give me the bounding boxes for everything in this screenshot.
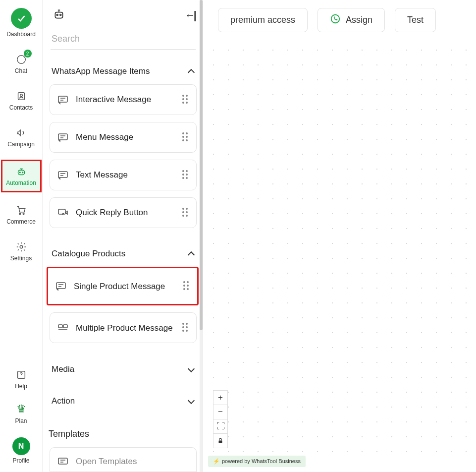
section-whatsapp-items[interactable]: WhatsApp Message Items — [49, 61, 198, 84]
svg-rect-3 — [18, 170, 24, 175]
zoom-in-button[interactable]: + — [213, 390, 228, 405]
avatar: N — [12, 437, 30, 455]
main-nav: Dashboard 2 Chat Contacts Campaign — [0, 0, 43, 472]
search-input[interactable] — [51, 30, 196, 50]
svg-rect-16 — [58, 209, 65, 214]
drag-handle-icon[interactable] — [182, 95, 189, 105]
product-icon — [55, 280, 67, 292]
zoom-lock-button[interactable] — [213, 433, 228, 448]
item-label: Multiple Product Message — [76, 323, 175, 333]
nav-label: Automation — [6, 179, 36, 186]
svg-point-5 — [22, 172, 23, 173]
svg-rect-14 — [58, 134, 67, 140]
premium-access-button[interactable]: premium access — [218, 8, 308, 32]
items-panel: WhatsApp Message Items Interactive Messa… — [43, 0, 203, 472]
section-title: WhatsApp Message Items — [52, 66, 150, 76]
section-catalogue-products[interactable]: Catalogue Products — [49, 244, 198, 267]
collapse-panel-icon[interactable] — [185, 9, 195, 22]
contacts-icon — [15, 90, 27, 102]
drag-handle-icon[interactable] — [182, 170, 189, 180]
svg-rect-20 — [58, 458, 67, 464]
sidebar-item-chat[interactable]: 2 Chat — [4, 51, 39, 77]
zoom-fit-button[interactable]: ⛶ — [213, 419, 228, 434]
nav-label: Dashboard — [6, 31, 36, 38]
sidebar-item-dashboard[interactable]: Dashboard — [4, 5, 39, 41]
whatsapp-icon — [330, 13, 341, 27]
crown-icon: ♛ — [16, 403, 26, 415]
chat-badge: 2 — [24, 50, 32, 58]
item-multiple-product-message[interactable]: Multiple Product Message — [50, 312, 197, 343]
reply-icon — [57, 207, 69, 219]
help-icon — [15, 369, 27, 381]
item-menu-message[interactable]: Menu Message — [50, 122, 197, 153]
settings-icon — [15, 241, 27, 253]
svg-point-12 — [60, 14, 61, 16]
nav-label: Contacts — [9, 104, 33, 111]
sidebar-item-plan[interactable]: ♛ Plan — [4, 400, 39, 427]
item-label: Quick Reply Button — [76, 207, 175, 218]
panel-scrollbar[interactable] — [200, 0, 203, 472]
sidebar-item-settings[interactable]: Settings — [4, 238, 39, 265]
svg-point-8 — [20, 245, 23, 248]
sidebar-item-profile[interactable]: N Profile — [4, 434, 39, 467]
zoom-out-button[interactable]: − — [213, 405, 228, 419]
section-media[interactable]: Media — [49, 359, 198, 382]
flow-canvas[interactable]: premium access Assign Test Single Produc… — [203, 0, 476, 472]
sidebar-item-commerce[interactable]: Commerce — [4, 201, 39, 228]
nav-label: Chat — [15, 67, 27, 74]
item-label: Interactive Message — [76, 94, 175, 105]
section-action[interactable]: Action — [49, 391, 198, 414]
svg-point-7 — [23, 213, 24, 215]
nav-label: Plan — [15, 417, 27, 424]
drag-handle-icon[interactable] — [182, 132, 189, 142]
sidebar-item-automation[interactable]: Automation — [2, 161, 41, 191]
template-icon — [57, 456, 69, 468]
templates-heading: Templates — [49, 423, 198, 443]
svg-point-11 — [56, 14, 58, 16]
nav-label: Campaign — [7, 141, 35, 148]
drag-handle-icon[interactable] — [182, 208, 189, 218]
message-icon — [57, 131, 69, 143]
message-icon — [57, 169, 69, 181]
chevron-down-icon — [188, 397, 195, 404]
item-label: Text Message — [76, 170, 175, 180]
drag-handle-icon[interactable] — [183, 281, 190, 291]
item-quick-reply-button[interactable]: Quick Reply Button — [50, 197, 197, 228]
multi-product-icon — [57, 322, 69, 334]
item-open-templates[interactable]: Open Templates — [50, 447, 197, 472]
robot-icon — [53, 8, 65, 23]
btn-label: Assign — [346, 15, 372, 25]
nav-label: Settings — [10, 255, 32, 262]
nav-label: Help — [15, 383, 27, 390]
nav-label: Commerce — [6, 218, 36, 225]
svg-rect-15 — [58, 172, 67, 177]
commerce-icon — [15, 204, 27, 216]
btn-label: Test — [407, 15, 423, 25]
nav-label: Profile — [12, 457, 29, 464]
chevron-up-icon — [188, 251, 195, 258]
automation-icon — [15, 166, 27, 177]
assign-button[interactable]: Assign — [317, 8, 385, 32]
item-label: Open Templates — [76, 456, 189, 467]
item-interactive-message[interactable]: Interactive Message — [50, 84, 197, 115]
svg-point-4 — [19, 172, 20, 173]
drag-handle-icon[interactable] — [182, 323, 189, 333]
sidebar-item-help[interactable]: Help — [4, 366, 39, 393]
svg-rect-23 — [219, 440, 222, 443]
svg-point-2 — [20, 94, 22, 97]
svg-rect-17 — [56, 283, 65, 289]
section-title: Action — [52, 396, 75, 406]
test-button[interactable]: Test — [395, 8, 436, 32]
svg-rect-13 — [58, 96, 67, 102]
btn-label: premium access — [230, 15, 295, 25]
campaign-icon — [15, 127, 27, 139]
item-text-message[interactable]: Text Message — [50, 160, 197, 190]
zoom-controls: + − ⛶ — [213, 391, 228, 448]
chevron-up-icon — [188, 69, 195, 76]
sidebar-item-campaign[interactable]: Campaign — [4, 124, 39, 151]
item-label: Single Product Message — [74, 281, 176, 292]
sidebar-item-contacts[interactable]: Contacts — [4, 87, 39, 114]
chevron-down-icon — [188, 365, 195, 372]
item-single-product-message[interactable]: Single Product Message — [47, 267, 199, 305]
svg-point-21 — [331, 15, 340, 23]
